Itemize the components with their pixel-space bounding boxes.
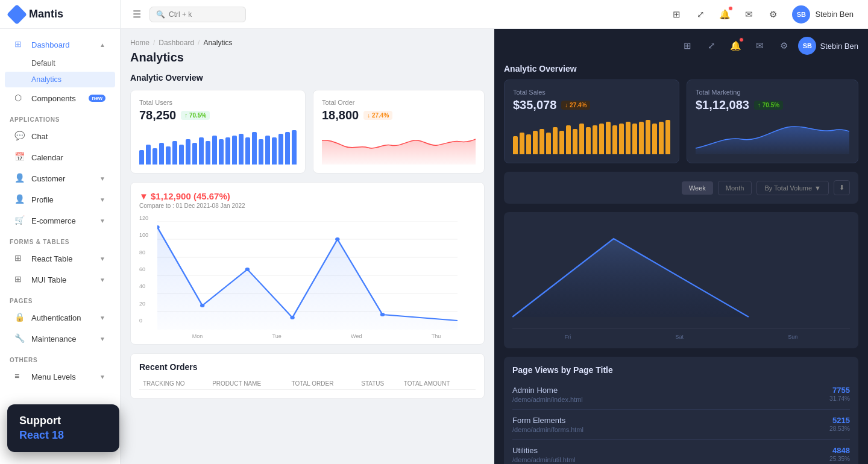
sidebar-item-calendar[interactable]: 📅 Calendar: [5, 147, 115, 168]
pv-stats: 5215 28.53%: [829, 416, 850, 432]
svg-point-9: [290, 316, 294, 319]
analytic-overview-title: Analytic Overview: [130, 73, 485, 83]
month-button[interactable]: Month: [718, 181, 752, 195]
chevron-down-icon4: ▼: [99, 256, 105, 262]
profile-label: Profile: [31, 195, 54, 204]
col-total-amount: TOTAL AMOUNT: [400, 378, 476, 390]
bar: [159, 143, 164, 165]
sidebar-sub-default[interactable]: Default: [5, 55, 115, 71]
chevron-down-icon7: ▼: [99, 336, 105, 342]
bar: [539, 129, 544, 154]
y-label-120: 120: [139, 215, 156, 221]
sidebar-item-maintenance[interactable]: 🔧 Maintenance ▼: [5, 328, 115, 349]
x-label-thu: Thu: [432, 333, 441, 339]
dark-settings-button[interactable]: ⚙: [774, 36, 793, 55]
user-profile-button[interactable]: SB Stebin Ben: [787, 3, 858, 26]
components-icon: ⬡: [14, 93, 25, 104]
dark-grid-button[interactable]: ⊞: [678, 36, 697, 55]
pv-title: Utilities: [512, 446, 829, 455]
bar: [292, 130, 297, 165]
week-button[interactable]: Week: [682, 181, 713, 195]
bar: [533, 131, 538, 154]
search-box[interactable]: 🔍: [149, 7, 246, 22]
download-button[interactable]: ⬇: [834, 180, 850, 195]
chat-icon: 💬: [14, 131, 25, 142]
dark-user-profile[interactable]: SB Stebin Ben: [798, 36, 858, 55]
bar: [619, 124, 624, 154]
user-initials: SB: [797, 11, 806, 18]
sidebar-sub-analytics[interactable]: Analytics: [5, 72, 115, 87]
grid-view-button[interactable]: ⊞: [667, 5, 686, 24]
bar: [239, 134, 244, 165]
sidebar-item-profile[interactable]: 👤 Profile ▼: [5, 189, 115, 210]
analytics-label: Analytics: [31, 75, 61, 84]
bar: [566, 125, 571, 154]
breadcrumb-home[interactable]: Home: [130, 39, 149, 47]
chevron-down-icon3: ▼: [99, 218, 105, 224]
bar: [186, 139, 190, 165]
card-label-sales: Total Sales: [513, 89, 670, 96]
pv-pct: 28.53%: [829, 425, 850, 432]
dark-fullscreen-button[interactable]: ⤢: [702, 36, 721, 55]
card-label-order: Total Order: [322, 99, 476, 106]
sidebar-item-chat[interactable]: 💬 Chat: [5, 126, 115, 146]
dark-mail-button[interactable]: ✉: [750, 36, 769, 55]
breadcrumb-current: Analytics: [203, 39, 232, 47]
page-view-item[interactable]: Utilities /demo/admin/util.html 4848 25.…: [512, 440, 850, 464]
dark-x-sun: Sun: [788, 334, 797, 340]
sidebar-item-customer[interactable]: 👤 Customer ▼: [5, 168, 115, 189]
card-label-marketing: Total Marketing: [696, 89, 849, 96]
card-total-sales: Total Sales $35,078 ↓ 27.4%: [504, 80, 679, 163]
x-axis: Mon Tue Wed Thu: [157, 333, 476, 339]
income-controls-dark: Week Month By Total Volume ▼ ⬇: [504, 172, 858, 204]
sidebar-item-authentication[interactable]: 🔒 Authentication ▼: [5, 307, 115, 328]
sidebar-item-menu-levels[interactable]: ≡ Menu Levels ▼: [5, 366, 115, 387]
bar: [252, 132, 257, 165]
y-label-0: 0: [139, 318, 156, 324]
bar: [139, 150, 144, 165]
x-label-mon: Mon: [192, 333, 203, 339]
maintenance-icon: 🔧: [14, 333, 25, 344]
pv-info: Form Elements /demo/admin/forms.html: [512, 416, 829, 433]
x-label-tue: Tue: [272, 333, 281, 339]
app-name: Mantis: [29, 8, 63, 20]
bar: [278, 134, 283, 165]
pv-count: 7755: [829, 386, 850, 395]
volume-button[interactable]: By Total Volume ▼: [756, 181, 829, 195]
messages-button[interactable]: ✉: [739, 5, 758, 24]
svg-point-7: [200, 304, 204, 307]
mui-table-icon: ⊞: [14, 274, 25, 285]
sidebar-item-ecommerce[interactable]: 🛒 E-commerce ▼: [5, 210, 115, 231]
page-view-item[interactable]: Admin Home /demo/admin/index.html 7755 3…: [512, 380, 850, 410]
breadcrumb-sep2: /: [198, 39, 200, 47]
bar: [593, 125, 597, 154]
page-view-item[interactable]: Form Elements /demo/admin/forms.html 521…: [512, 410, 850, 440]
menu-toggle-button[interactable]: ☰: [130, 6, 143, 22]
sidebar-item-react-table[interactable]: ⊞ React Table ▼: [5, 248, 115, 269]
order-area-chart: [322, 128, 476, 165]
dark-notif-button[interactable]: 🔔: [726, 36, 745, 55]
chevron-down-icon5: ▼: [99, 277, 105, 283]
search-input[interactable]: [169, 10, 239, 19]
chevron-down-icon6: ▼: [99, 315, 105, 321]
bar: [573, 129, 577, 154]
profile-icon: 👤: [14, 194, 25, 205]
badge-users: ↑ 70.5%: [181, 111, 210, 120]
card-value-row-users: 78,250 ↑ 70.5%: [139, 108, 297, 122]
fullscreen-button[interactable]: ⤢: [691, 5, 710, 24]
settings-button[interactable]: ⚙: [763, 5, 782, 24]
breadcrumb-dashboard[interactable]: Dashboard: [159, 39, 194, 47]
pv-path: /demo/admin/index.html: [512, 396, 829, 403]
svg-point-11: [380, 313, 385, 316]
notifications-button[interactable]: 🔔: [715, 5, 734, 24]
y-label-40: 40: [139, 283, 156, 289]
sidebar-item-components[interactable]: ⬡ Components new: [5, 88, 115, 108]
maintenance-label: Maintenance: [31, 334, 76, 343]
dropdown-icon: ▼: [814, 184, 821, 192]
income-line-chart: 120 100 80 60 40 20 0: [139, 215, 476, 336]
sidebar-item-mui-table[interactable]: ⊞ MUI Table ▼: [5, 269, 115, 290]
card-value-sales: $35,078: [513, 98, 556, 112]
sidebar-nav: ⊞ Dashboard ▲ Default Analytics ⬡ Compon…: [0, 29, 120, 464]
badge-order: ↓ 27.4%: [363, 111, 392, 120]
sidebar-item-dashboard[interactable]: ⊞ Dashboard ▲: [5, 34, 115, 55]
